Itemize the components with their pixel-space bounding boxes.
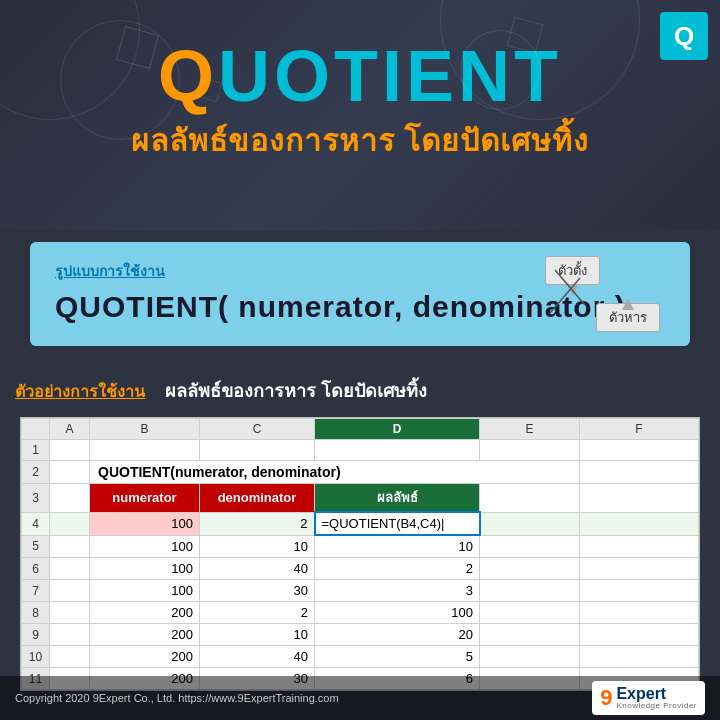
cell-9d: 20	[315, 624, 480, 646]
cell-7a	[50, 580, 90, 602]
row-num-8: 8	[22, 602, 50, 624]
footer-copyright: Copyright 2020 9Expert Co., Ltd. https:/…	[15, 692, 339, 704]
cell-1e	[480, 440, 580, 461]
svg-line-1	[550, 278, 580, 313]
page-wrapper: Q QUOTIENT ผลลัพธ์ของการหาร โดยปัดเศษทิ้…	[0, 0, 720, 720]
cell-9a	[50, 624, 90, 646]
cell-2f	[580, 461, 699, 484]
cell-3d-result: ผลลัพธ์	[315, 484, 480, 513]
cell-7b: 100	[90, 580, 200, 602]
table-row: 4 100 2 =QUOTIENT(B4,C4)|	[22, 512, 699, 535]
cell-title: QUOTIENT(numerator, denominator)	[90, 461, 580, 484]
logo-expert-sub: Knowledge Provider	[616, 702, 697, 710]
table-row: 7 100 30 3	[22, 580, 699, 602]
table-row: 6 100 40 2	[22, 558, 699, 580]
cell-3e	[480, 484, 580, 513]
logo-nine: 9	[600, 685, 612, 711]
cell-3c-denominator: denominator	[200, 484, 315, 513]
cell-9f	[580, 624, 699, 646]
col-header-row: A B C D E F	[22, 419, 699, 440]
table-row: 9 200 10 20	[22, 624, 699, 646]
q-badge: Q	[660, 12, 708, 60]
cell-6f	[580, 558, 699, 580]
cell-1c	[200, 440, 315, 461]
cell-10c: 40	[200, 646, 315, 668]
table-row: 5 100 10 10	[22, 535, 699, 558]
example-section: ตัวอย่างการใช้งาน ผลลัพธ์ของการหาร โดยปั…	[0, 358, 720, 701]
cell-4a	[50, 512, 90, 535]
logo-expert-main: Expert	[616, 686, 697, 702]
row-num-4: 4	[22, 512, 50, 535]
cell-1a	[50, 440, 90, 461]
cell-6c: 40	[200, 558, 315, 580]
col-header-e: E	[480, 419, 580, 440]
logo-expert-container: Expert Knowledge Provider	[616, 686, 697, 710]
cell-6d: 2	[315, 558, 480, 580]
cell-10d: 5	[315, 646, 480, 668]
cell-8f	[580, 602, 699, 624]
syntax-box: รูปแบบการใช้งาน QUOTIENT( numerator, den…	[30, 242, 690, 346]
cell-5c: 10	[200, 535, 315, 558]
table-row: 8 200 2 100	[22, 602, 699, 624]
table-row: 10 200 40 5	[22, 646, 699, 668]
cell-8b: 200	[90, 602, 200, 624]
cell-5f	[580, 535, 699, 558]
cell-5e	[480, 535, 580, 558]
cell-8e	[480, 602, 580, 624]
row-num-9: 9	[22, 624, 50, 646]
cell-4d: =QUOTIENT(B4,C4)|	[315, 512, 480, 535]
cell-4e	[480, 512, 580, 535]
cell-7e	[480, 580, 580, 602]
cell-4c: 2	[200, 512, 315, 535]
spreadsheet-wrapper: A B C D E F 1	[20, 417, 700, 691]
row-num-10: 10	[22, 646, 50, 668]
cell-8c: 2	[200, 602, 315, 624]
row-num-5: 5	[22, 535, 50, 558]
example-header: ตัวอย่างการใช้งาน ผลลัพธ์ของการหาร โดยปั…	[15, 376, 705, 405]
q-badge-letter: Q	[674, 21, 694, 52]
col-header-empty	[22, 419, 50, 440]
cell-5d: 10	[315, 535, 480, 558]
example-desc: ผลลัพธ์ของการหาร โดยปัดเศษทิ้ง	[165, 376, 427, 405]
logo-box: 9 Expert Knowledge Provider	[592, 681, 705, 715]
cell-1b	[90, 440, 200, 461]
col-header-c: C	[200, 419, 315, 440]
cell-6a	[50, 558, 90, 580]
col-header-d: D	[315, 419, 480, 440]
footer: Copyright 2020 9Expert Co., Ltd. https:/…	[0, 676, 720, 720]
deco-circle-2	[60, 20, 180, 140]
col-header-a: A	[50, 419, 90, 440]
row-num-1: 1	[22, 440, 50, 461]
cell-3f	[580, 484, 699, 513]
cell-9e	[480, 624, 580, 646]
spreadsheet: A B C D E F 1	[21, 418, 699, 690]
cell-2a	[50, 461, 90, 484]
cell-8d: 100	[315, 602, 480, 624]
table-row: 1	[22, 440, 699, 461]
cell-3b-numerator: numerator	[90, 484, 200, 513]
cell-5a	[50, 535, 90, 558]
cell-3a	[50, 484, 90, 513]
arrow-denominator	[550, 278, 600, 318]
example-label: ตัวอย่างการใช้งาน	[15, 379, 145, 404]
table-row: 2 QUOTIENT(numerator, denominator)	[22, 461, 699, 484]
cell-4b: 100	[90, 512, 200, 535]
tooltip-denominator-text: ตัวหาร	[609, 310, 647, 325]
cell-1d	[315, 440, 480, 461]
cell-5b: 100	[90, 535, 200, 558]
row-num-7: 7	[22, 580, 50, 602]
row-num-2: 2	[22, 461, 50, 484]
tooltip-denominator: ตัวหาร	[596, 303, 660, 332]
cell-4f	[580, 512, 699, 535]
row-num-3: 3	[22, 484, 50, 513]
table-row: 3 numerator denominator ผลลัพธ์	[22, 484, 699, 513]
cell-9c: 10	[200, 624, 315, 646]
col-header-f: F	[580, 419, 699, 440]
cell-1f	[580, 440, 699, 461]
cell-6e	[480, 558, 580, 580]
syntax-section: รูปแบบการใช้งาน QUOTIENT( numerator, den…	[0, 230, 720, 358]
row-num-6: 6	[22, 558, 50, 580]
col-header-b: B	[90, 419, 200, 440]
cell-6b: 100	[90, 558, 200, 580]
cell-9b: 200	[90, 624, 200, 646]
